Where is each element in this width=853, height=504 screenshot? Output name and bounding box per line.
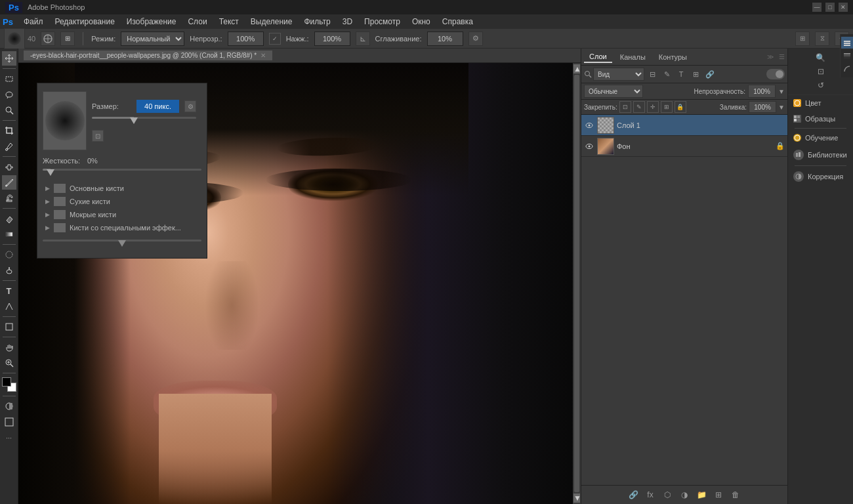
brush-tool-btn[interactable] (41, 32, 55, 46)
opacity-input[interactable] (228, 32, 264, 46)
brush-settings-icon[interactable]: ⚙ (184, 100, 196, 112)
dodge-tool[interactable] (2, 263, 16, 278)
menu-layers[interactable]: Слои (182, 16, 212, 28)
path-select-tool[interactable] (2, 299, 16, 314)
quick-select-tool[interactable] (2, 103, 16, 117)
cc-rotate-btn[interactable]: ↺ (814, 79, 827, 92)
brush-align-btn[interactable]: ⊡ (92, 130, 104, 142)
add-mask-btn[interactable]: ⬡ (661, 488, 674, 501)
menu-help[interactable]: Справка (437, 16, 478, 28)
tab-layers[interactable]: Слои (584, 51, 612, 63)
panels-menu-btn[interactable]: ☰ (779, 53, 785, 60)
eraser-tool[interactable] (2, 211, 16, 226)
new-adjustment-btn[interactable]: ◑ (678, 488, 691, 501)
mode-select[interactable]: Нормальный (121, 32, 184, 46)
brush-extra-btn1[interactable]: ⧖ (815, 32, 829, 46)
text-tool[interactable]: T (2, 284, 16, 298)
hardness-slider-handle[interactable] (47, 169, 54, 176)
brush-tool[interactable] (2, 175, 16, 190)
menu-image[interactable]: Изображение (121, 16, 182, 28)
cc-item-corrections[interactable]: Коррекция (788, 167, 853, 186)
menu-edit[interactable]: Редактирование (49, 16, 119, 28)
layers-filter-icon-2[interactable]: ✎ (660, 68, 673, 81)
vscroll-down[interactable]: ▼ (573, 494, 580, 503)
menu-window[interactable]: Окно (407, 16, 436, 28)
zoom-tool[interactable] (2, 356, 16, 370)
document-tab-close[interactable]: ✕ (260, 52, 266, 59)
menu-text[interactable]: Текст (214, 16, 244, 28)
link-layers-btn[interactable]: 🔗 (627, 488, 640, 501)
lock-position-btn[interactable]: ✛ (647, 101, 659, 113)
brush-cat-special[interactable]: ▶ Кисти со специальными эффек... (43, 221, 201, 234)
airbrush-btn[interactable]: ⊾ (356, 32, 370, 46)
brush-settings-btn[interactable]: ⊞ (60, 32, 75, 46)
new-group-btn[interactable]: 📁 (695, 488, 708, 501)
lock-transparent-btn[interactable]: ⊡ (619, 101, 631, 113)
heal-tool[interactable] (2, 159, 16, 174)
close-button[interactable]: ✕ (839, 3, 848, 12)
size-slider-track[interactable] (92, 117, 196, 127)
brush-cat-wet[interactable]: ▶ Мокрые кисти (43, 208, 201, 221)
menu-3d[interactable]: 3D (337, 16, 358, 28)
stamp-tool[interactable] (2, 191, 16, 205)
screen-mode-btn[interactable] (2, 415, 16, 429)
layers-mode-select[interactable]: Обычные (584, 85, 643, 98)
menu-view[interactable]: Просмотр (359, 16, 406, 28)
mini-channels-btn[interactable] (841, 50, 853, 62)
layer-item-bg[interactable]: Фон 🔒 (581, 136, 787, 157)
size-slider-handle[interactable] (130, 117, 138, 124)
cc-item-color[interactable]: Цвет (788, 95, 853, 111)
marquee-tool[interactable] (2, 72, 16, 86)
blur-tool[interactable] (2, 247, 16, 262)
smoothing-settings-btn[interactable]: ⚙ (468, 32, 483, 46)
vscroll-thumb[interactable] (574, 75, 579, 492)
opacity-toggle[interactable]: ✓ (269, 33, 281, 45)
opacity-input[interactable] (748, 85, 776, 98)
layers-filter-icon-3[interactable]: T (675, 68, 688, 81)
tab-channels[interactable]: Каналы (615, 52, 651, 62)
menu-file[interactable]: Файл (18, 16, 49, 28)
vscroll-up[interactable]: ▲ (573, 64, 580, 74)
fill-dropdown[interactable]: ▼ (778, 104, 785, 111)
mini-paths-btn[interactable] (841, 63, 853, 75)
delete-layer-btn[interactable]: 🗑 (729, 488, 742, 501)
panels-collapse-btn[interactable]: ≫ (767, 53, 774, 60)
cc-zoom-out-btn[interactable]: 🔍 (814, 51, 827, 64)
shape-tool[interactable] (2, 320, 16, 334)
foreground-color[interactable] (2, 377, 11, 387)
size-input[interactable] (136, 100, 179, 113)
panel-bottom-slider[interactable] (43, 240, 201, 253)
fill-input[interactable] (749, 101, 776, 113)
cc-item-learn[interactable]: Обучение (788, 130, 853, 146)
layer-1-visibility[interactable] (584, 120, 594, 131)
minimize-button[interactable]: — (812, 3, 822, 12)
lasso-tool[interactable] (2, 87, 16, 102)
lock-all-btn[interactable]: 🔒 (675, 101, 686, 113)
hand-tool[interactable] (2, 340, 16, 354)
canvas-vscrollbar[interactable]: ▲ ▼ (573, 63, 581, 504)
lock-paint-btn[interactable]: ✎ (633, 101, 645, 113)
tab-paths[interactable]: Контуры (654, 52, 692, 62)
maximize-button[interactable]: □ (825, 3, 835, 12)
add-style-btn[interactable]: fx (644, 488, 657, 501)
document-tab-item[interactable]: -eyes-black-hair-portrait__people-wallpa… (24, 51, 272, 60)
cc-item-swatches[interactable]: Образцы (788, 111, 853, 127)
current-brush-preview[interactable] (4, 28, 25, 49)
layers-filter-select[interactable]: Вид (593, 68, 644, 81)
new-layer-btn[interactable]: ⊞ (712, 488, 725, 501)
cc-item-libraries[interactable]: Библиотеки (788, 146, 853, 164)
foreground-background-colors[interactable] (2, 377, 16, 392)
menu-select[interactable]: Выделение (245, 16, 298, 28)
lock-artboard-btn[interactable]: ⊞ (661, 101, 673, 113)
layers-filter-icon-5[interactable]: 🔗 (703, 68, 717, 81)
crop-tool[interactable] (2, 123, 16, 138)
cc-compare-btn[interactable]: ⊡ (814, 65, 827, 78)
layers-filter-icon-1[interactable]: ⊟ (646, 68, 659, 81)
smoothing-input[interactable] (427, 32, 463, 46)
layer-bg-visibility[interactable] (584, 141, 594, 152)
layer-item-1[interactable]: Слой 1 (581, 115, 787, 136)
quick-mask-btn[interactable] (2, 399, 16, 413)
flow-input[interactable] (314, 32, 350, 46)
workspace-btn[interactable]: ⊞ (795, 32, 810, 46)
gradient-tool[interactable] (2, 227, 16, 242)
